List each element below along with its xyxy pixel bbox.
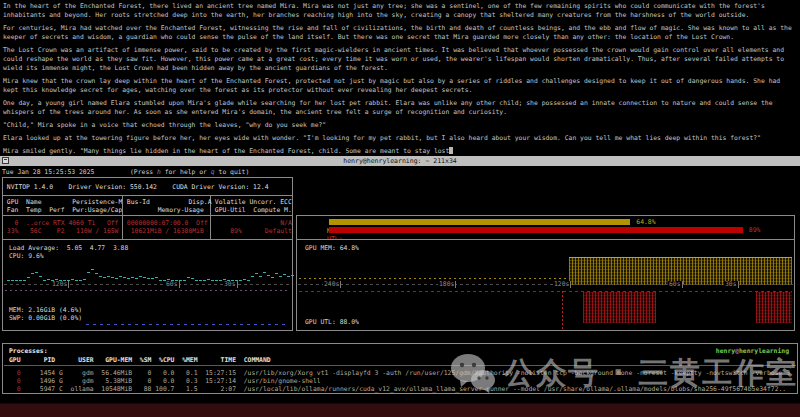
help-text: for help or <box>161 168 211 176</box>
story-paragraph: "Child," Mira spoke in a voice that echo… <box>3 121 798 130</box>
mem-bar-fill <box>329 219 630 225</box>
axis-tick-label: 30s <box>724 281 739 288</box>
gpu-header-cell: Bus-Id Disp.A <box>123 198 210 206</box>
terminal-screen[interactable]: In the heart of the Enchanted Forest, th… <box>0 0 800 417</box>
wechat-icon <box>450 352 496 394</box>
process-gpu-id: 0 <box>9 377 21 385</box>
cpu-mem-panel: Load Average: 5.05 4.77 3.88 CPU: 9.6% 1… <box>2 239 293 331</box>
story-paragraph: In the heart of the Enchanted Forest, th… <box>3 2 798 20</box>
story-paragraph: Mira knew that the crown lay deep within… <box>3 77 798 95</box>
swap-history-line <box>86 324 289 325</box>
axis-tick-label: 240s <box>323 281 341 288</box>
process-gpu-id: 0 <box>9 385 21 393</box>
gpu-header-cell: Memory-Usage <box>123 206 210 214</box>
story-last-line: Mira smiled gently. "Many things lie hid… <box>3 147 449 155</box>
gpu-time-axis <box>298 284 793 285</box>
help-text: to quit) <box>215 168 250 176</box>
gpu-cell: 0 ..orce RTX 4060 Ti Off <box>3 219 122 227</box>
watermark: 公众号 · 三黄工作室 <box>450 352 798 394</box>
gpu-mem-usage: GPU MEM: 64.8% <box>305 244 359 252</box>
mem-bar-track: 64.8% <box>329 219 794 225</box>
nvitop-version-box: NVITOP 1.4.0 Driver Version: 550.142 CUD… <box>2 177 293 196</box>
gpu-utl-usage: GPU UTL: 88.0% <box>305 318 359 326</box>
help-text: (Press <box>130 168 157 176</box>
story-paragraph: Elara looked up at the towering figure b… <box>3 134 798 143</box>
cpu-time-axis <box>4 284 291 285</box>
utl-bar-fill <box>329 227 743 233</box>
processes-header: GPU PID USER GPU-MEM %SM %CPU %MEM TIME … <box>9 356 271 364</box>
gpu-table-row: 0 ..orce RTX 4060 Ti Off 33% 56C P2 110W… <box>2 215 293 240</box>
gpu-history-panel: GPU MEM: 64.8% 240s 180s 120s 60s 30s GP… <box>296 239 795 331</box>
gpu-header-cell: GPU-Util Compute M. <box>211 206 292 214</box>
gpu-mem-low-line <box>299 278 569 279</box>
status-bar <box>0 403 800 417</box>
host-mem: MEM: 2.16GiB (4.6%) <box>9 306 82 314</box>
watermark-text: 公众号 · 三黄工作室 <box>504 353 798 394</box>
gpu-cell: N/A <box>211 219 292 227</box>
gpu-utl-burst <box>756 292 792 323</box>
mem-bar-value: 64.8% <box>636 218 655 226</box>
axis-tick-label: 60s <box>668 281 683 288</box>
process-details: 1496 G gdm 5.38MiB 0 0.0 0.3 15:27:14 /u… <box>21 377 321 385</box>
host-swap: SWP: 0.00GiB (0.0%) <box>9 314 82 322</box>
gpu-cell: 00000000:07:00.0 Off <box>123 219 210 227</box>
nvitop-help-hint: (Press h for help or q to quit) <box>130 168 249 176</box>
text-cursor <box>449 147 453 154</box>
gpu-header-cell: Fan Temp Perf Pwr:Usage/Cap <box>3 206 122 214</box>
utl-bar-value: 89% <box>749 226 761 234</box>
story-paragraph: One day, a young girl named Elara stumbl… <box>3 99 798 117</box>
window-titlebar[interactable]: henry@henrylearning: ~ 211x34 <box>0 156 800 166</box>
mem-history-line <box>5 290 290 291</box>
process-gpu-id: 0 <box>9 369 21 377</box>
cpu-history-graph <box>3 240 292 284</box>
gpu-cell: 89% Default <box>211 227 292 235</box>
gpu-utl-baseline <box>299 291 792 292</box>
axis-tick-label: 120s <box>51 281 69 288</box>
axis-tick-label: 60s <box>165 281 180 288</box>
utl-bar-track: 89% <box>329 227 794 233</box>
axis-tick-label: 120s <box>553 281 571 288</box>
gpu-cell: 10621MiB / 16380MiB <box>123 227 210 235</box>
story-output: In the heart of the Enchanted Forest, th… <box>3 2 798 160</box>
gpu-header-cell: Volatile Uncorr. ECC <box>211 198 292 206</box>
story-paragraph: Mira smiled gently. "Many things lie hid… <box>3 147 798 156</box>
gpu-header-cell: GPU Name Persistence-M <box>3 198 122 206</box>
nvitop-version-line: NVITOP 1.4.0 Driver Version: 550.142 CUD… <box>3 178 292 191</box>
story-paragraph: For centuries, Mira had watched over the… <box>3 24 798 42</box>
gpu-cell: 33% 56C P2 110W / 165W <box>3 227 122 235</box>
gpu-table-header: GPU Name Persistence-M Fan Temp Perf Pwr… <box>2 195 293 216</box>
gpu-utl-spike <box>562 291 563 329</box>
nvitop-datetime: Tue Jan 28 15:25:53 2025 <box>2 168 94 176</box>
gpu-utl-burst <box>583 292 656 323</box>
axis-tick-label: 180s <box>438 281 456 288</box>
story-paragraph: The Lost Crown was an artifact of immens… <box>3 46 798 74</box>
axis-tick-label: 30s <box>223 281 238 288</box>
gpu-bars-panel: MEM: 64.8% UTL: 89% <box>296 215 795 240</box>
processes-title: Processes: <box>9 347 47 355</box>
window-title: henry@henrylearning: ~ 211x34 <box>0 157 800 165</box>
